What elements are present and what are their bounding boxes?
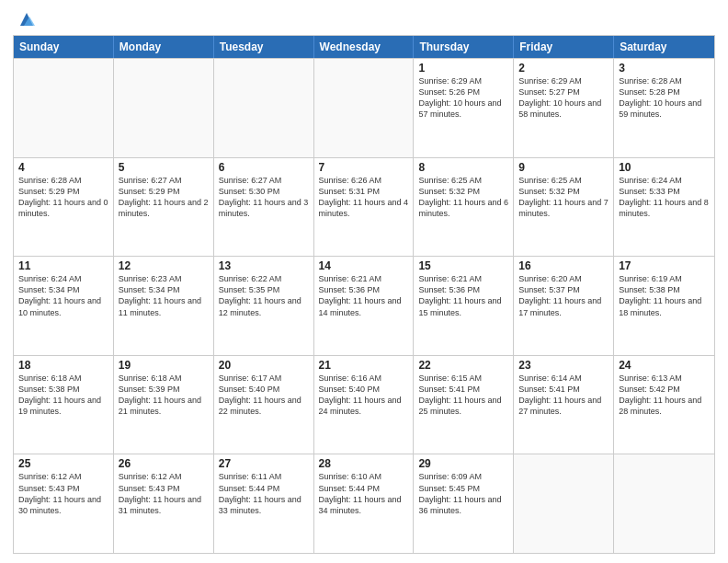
cal-cell: 29Sunrise: 6:09 AMSunset: 5:45 PMDayligh… — [414, 454, 514, 553]
calendar-week-2: 4Sunrise: 6:28 AMSunset: 5:29 PMDaylight… — [14, 157, 714, 257]
day-number: 26 — [119, 457, 209, 470]
day-number: 29 — [418, 457, 508, 470]
day-header-friday: Friday — [514, 36, 614, 58]
day-info: Sunrise: 6:24 AMSunset: 5:34 PMDaylight:… — [18, 273, 108, 318]
logo — [13, 9, 37, 29]
cal-cell: 11Sunrise: 6:24 AMSunset: 5:34 PMDayligh… — [14, 257, 114, 355]
day-info: Sunrise: 6:12 AMSunset: 5:43 PMDaylight:… — [18, 471, 108, 516]
day-number: 18 — [18, 359, 108, 372]
cal-cell: 10Sunrise: 6:24 AMSunset: 5:33 PMDayligh… — [614, 158, 714, 257]
day-info: Sunrise: 6:16 AMSunset: 5:40 PMDaylight:… — [319, 373, 409, 418]
day-info: Sunrise: 6:12 AMSunset: 5:43 PMDaylight:… — [119, 471, 209, 516]
cal-cell: 22Sunrise: 6:15 AMSunset: 5:41 PMDayligh… — [414, 356, 514, 454]
day-info: Sunrise: 6:26 AMSunset: 5:31 PMDaylight:… — [319, 175, 409, 220]
day-number: 23 — [518, 359, 609, 372]
day-header-tuesday: Tuesday — [214, 36, 314, 58]
cal-cell: 20Sunrise: 6:17 AMSunset: 5:40 PMDayligh… — [214, 356, 314, 454]
day-info: Sunrise: 6:27 AMSunset: 5:29 PMDaylight:… — [119, 175, 209, 220]
day-number: 24 — [619, 359, 710, 372]
cal-cell: 14Sunrise: 6:21 AMSunset: 5:36 PMDayligh… — [314, 257, 415, 355]
cal-cell: 26Sunrise: 6:12 AMSunset: 5:43 PMDayligh… — [114, 454, 214, 553]
day-header-sunday: Sunday — [14, 36, 114, 58]
day-number: 4 — [18, 161, 108, 174]
day-info: Sunrise: 6:29 AMSunset: 5:26 PMDaylight:… — [418, 75, 508, 121]
calendar-week-3: 11Sunrise: 6:24 AMSunset: 5:34 PMDayligh… — [14, 256, 714, 355]
cal-cell: 7Sunrise: 6:26 AMSunset: 5:31 PMDaylight… — [314, 158, 415, 257]
cal-cell: 9Sunrise: 6:25 AMSunset: 5:32 PMDaylight… — [514, 158, 614, 257]
day-info: Sunrise: 6:28 AMSunset: 5:29 PMDaylight:… — [18, 175, 108, 220]
calendar-body: 1Sunrise: 6:29 AMSunset: 5:26 PMDaylight… — [14, 58, 714, 553]
day-number: 14 — [319, 259, 409, 272]
cal-cell — [314, 59, 415, 157]
day-number: 5 — [119, 161, 209, 174]
day-info: Sunrise: 6:09 AMSunset: 5:45 PMDaylight:… — [418, 471, 508, 516]
cal-cell: 21Sunrise: 6:16 AMSunset: 5:40 PMDayligh… — [314, 356, 415, 454]
cal-cell: 8Sunrise: 6:25 AMSunset: 5:32 PMDaylight… — [414, 158, 514, 257]
cal-cell — [514, 454, 614, 553]
day-info: Sunrise: 6:10 AMSunset: 5:44 PMDaylight:… — [319, 471, 409, 516]
day-number: 6 — [219, 161, 309, 174]
day-info: Sunrise: 6:25 AMSunset: 5:32 PMDaylight:… — [518, 175, 609, 220]
day-number: 17 — [619, 259, 710, 272]
day-header-thursday: Thursday — [414, 36, 514, 58]
cal-cell: 13Sunrise: 6:22 AMSunset: 5:35 PMDayligh… — [214, 257, 314, 355]
cal-cell — [14, 59, 114, 157]
day-number: 21 — [319, 359, 409, 372]
day-number: 20 — [219, 359, 309, 372]
day-info: Sunrise: 6:23 AMSunset: 5:34 PMDaylight:… — [119, 273, 209, 318]
day-info: Sunrise: 6:19 AMSunset: 5:38 PMDaylight:… — [619, 273, 710, 318]
calendar-week-5: 25Sunrise: 6:12 AMSunset: 5:43 PMDayligh… — [14, 454, 714, 553]
page: SundayMondayTuesdayWednesdayThursdayFrid… — [0, 0, 728, 563]
day-info: Sunrise: 6:17 AMSunset: 5:40 PMDaylight:… — [219, 373, 309, 418]
day-number: 27 — [219, 457, 309, 470]
day-number: 3 — [619, 62, 710, 75]
day-number: 7 — [319, 161, 409, 174]
day-info: Sunrise: 6:14 AMSunset: 5:41 PMDaylight:… — [518, 373, 609, 418]
cal-cell — [614, 454, 714, 553]
cal-cell: 23Sunrise: 6:14 AMSunset: 5:41 PMDayligh… — [514, 356, 614, 454]
cal-cell: 15Sunrise: 6:21 AMSunset: 5:36 PMDayligh… — [414, 257, 514, 355]
day-number: 10 — [619, 161, 710, 174]
calendar: SundayMondayTuesdayWednesdayThursdayFrid… — [13, 35, 715, 554]
day-info: Sunrise: 6:13 AMSunset: 5:42 PMDaylight:… — [619, 373, 710, 418]
day-number: 2 — [518, 62, 609, 75]
day-number: 11 — [18, 259, 108, 272]
day-info: Sunrise: 6:25 AMSunset: 5:32 PMDaylight:… — [418, 175, 508, 220]
day-header-saturday: Saturday — [614, 36, 714, 58]
day-number: 25 — [18, 457, 108, 470]
day-info: Sunrise: 6:21 AMSunset: 5:36 PMDaylight:… — [418, 273, 508, 318]
cal-cell: 24Sunrise: 6:13 AMSunset: 5:42 PMDayligh… — [614, 356, 714, 454]
calendar-week-4: 18Sunrise: 6:18 AMSunset: 5:38 PMDayligh… — [14, 355, 714, 454]
day-number: 22 — [418, 359, 508, 372]
day-number: 8 — [418, 161, 508, 174]
cal-cell: 4Sunrise: 6:28 AMSunset: 5:29 PMDaylight… — [14, 158, 114, 257]
cal-cell: 1Sunrise: 6:29 AMSunset: 5:26 PMDaylight… — [414, 59, 514, 157]
day-info: Sunrise: 6:27 AMSunset: 5:30 PMDaylight:… — [219, 175, 309, 220]
cal-cell: 3Sunrise: 6:28 AMSunset: 5:28 PMDaylight… — [614, 59, 714, 157]
day-number: 13 — [219, 259, 309, 272]
cal-cell: 17Sunrise: 6:19 AMSunset: 5:38 PMDayligh… — [614, 257, 714, 355]
cal-cell: 27Sunrise: 6:11 AMSunset: 5:44 PMDayligh… — [214, 454, 314, 553]
cal-cell — [114, 59, 214, 157]
cal-cell: 18Sunrise: 6:18 AMSunset: 5:38 PMDayligh… — [14, 356, 114, 454]
header — [13, 9, 715, 29]
cal-cell: 16Sunrise: 6:20 AMSunset: 5:37 PMDayligh… — [514, 257, 614, 355]
day-info: Sunrise: 6:18 AMSunset: 5:39 PMDaylight:… — [119, 373, 209, 418]
cal-cell: 25Sunrise: 6:12 AMSunset: 5:43 PMDayligh… — [14, 454, 114, 553]
cal-cell — [214, 59, 314, 157]
calendar-week-1: 1Sunrise: 6:29 AMSunset: 5:26 PMDaylight… — [14, 58, 714, 157]
cal-cell: 19Sunrise: 6:18 AMSunset: 5:39 PMDayligh… — [114, 356, 214, 454]
cal-cell: 12Sunrise: 6:23 AMSunset: 5:34 PMDayligh… — [114, 257, 214, 355]
day-number: 1 — [418, 62, 508, 75]
day-info: Sunrise: 6:28 AMSunset: 5:28 PMDaylight:… — [619, 75, 710, 121]
calendar-header-row: SundayMondayTuesdayWednesdayThursdayFrid… — [14, 36, 714, 58]
day-info: Sunrise: 6:15 AMSunset: 5:41 PMDaylight:… — [418, 373, 508, 418]
cal-cell: 2Sunrise: 6:29 AMSunset: 5:27 PMDaylight… — [514, 59, 614, 157]
day-number: 19 — [119, 359, 209, 372]
day-info: Sunrise: 6:11 AMSunset: 5:44 PMDaylight:… — [219, 471, 309, 516]
day-info: Sunrise: 6:24 AMSunset: 5:33 PMDaylight:… — [619, 175, 710, 220]
day-number: 15 — [418, 259, 508, 272]
day-info: Sunrise: 6:18 AMSunset: 5:38 PMDaylight:… — [18, 373, 108, 418]
day-info: Sunrise: 6:20 AMSunset: 5:37 PMDaylight:… — [518, 273, 609, 318]
cal-cell: 6Sunrise: 6:27 AMSunset: 5:30 PMDaylight… — [214, 158, 314, 257]
